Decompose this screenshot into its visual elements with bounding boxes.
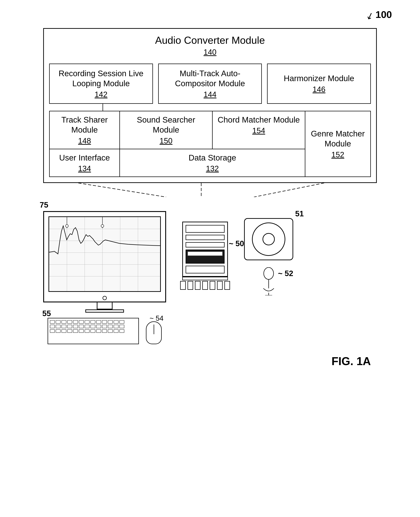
data-storage-id: 132 bbox=[123, 164, 301, 173]
lower-modules-box: Track Sharer Module 148 User Interface 1… bbox=[49, 111, 371, 177]
audio-converter-header: Audio Converter Module 140 bbox=[44, 29, 376, 58]
key-row-2 bbox=[50, 325, 137, 328]
key bbox=[90, 325, 95, 328]
top-module-row: Recording Session Live Looping Module 14… bbox=[44, 58, 376, 104]
chord-matcher-label: Chord Matcher Module bbox=[216, 115, 301, 125]
speaker-circle-inner bbox=[262, 233, 275, 245]
key bbox=[61, 329, 66, 333]
page-container: ↙ 100 Audio Converter Module 140 Recordi… bbox=[0, 0, 420, 517]
figure-label-area: FIG. 1A bbox=[331, 355, 371, 368]
screen-svg bbox=[49, 217, 160, 291]
harmonizer-box: Harmonizer Module 146 bbox=[267, 64, 371, 104]
keyboard-container: 55 bbox=[48, 318, 139, 344]
audio-converter-outer-box: Audio Converter Module 140 Recording Ses… bbox=[43, 28, 377, 183]
server-foot-3 bbox=[195, 281, 201, 290]
audio-converter-id: 140 bbox=[47, 48, 373, 57]
harmonizer-label: Harmonizer Module bbox=[284, 73, 354, 84]
sound-chord-row: Sound Searcher Module 150 Chord Matcher … bbox=[120, 111, 305, 149]
label-54: ~ 54 bbox=[150, 314, 164, 322]
label-75: 75 bbox=[40, 201, 48, 209]
key bbox=[79, 325, 84, 328]
harmonizer-id: 146 bbox=[313, 85, 325, 94]
key bbox=[120, 329, 124, 333]
monitor-frame bbox=[43, 211, 166, 302]
user-interface-box: User Interface 134 bbox=[50, 149, 120, 177]
key bbox=[85, 325, 90, 328]
key bbox=[114, 320, 119, 324]
track-sharer-box: Track Sharer Module 148 bbox=[50, 111, 120, 149]
genre-matcher-column: Genre Matcher Module 152 bbox=[305, 111, 370, 177]
multi-track-label: Multi-Track Auto-Compositor Module bbox=[162, 68, 258, 89]
key bbox=[50, 320, 55, 324]
illustration-area: 75 bbox=[43, 211, 377, 344]
connector-top-row bbox=[44, 104, 376, 111]
key bbox=[108, 325, 113, 328]
genre-matcher-label: Genre Matcher Module bbox=[309, 129, 367, 149]
figure-number-area: ↙ 100 bbox=[366, 9, 392, 21]
speaker-mic-section: 51 ~ 52 bbox=[244, 218, 293, 296]
speaker-container: 51 bbox=[244, 218, 293, 260]
server-body bbox=[182, 222, 228, 277]
key bbox=[120, 325, 124, 328]
server-foot-6 bbox=[217, 281, 223, 290]
label-51: 51 bbox=[295, 209, 304, 218]
architecture-diagram: Audio Converter Module 140 Recording Ses… bbox=[43, 28, 377, 197]
chord-matcher-id: 154 bbox=[216, 126, 301, 135]
svg-point-16 bbox=[101, 225, 104, 227]
key-rows bbox=[50, 320, 137, 333]
data-storage-box: Data Storage 132 bbox=[120, 149, 305, 177]
key bbox=[73, 320, 78, 324]
server-bottom-border bbox=[182, 277, 228, 280]
user-interface-label: User Interface bbox=[53, 153, 116, 163]
conn-seg-1 bbox=[49, 104, 157, 111]
server-foot-5 bbox=[210, 281, 215, 290]
server-foot-1 bbox=[180, 281, 186, 290]
svg-line-0 bbox=[78, 183, 166, 197]
key bbox=[102, 329, 107, 333]
recording-session-id: 142 bbox=[95, 90, 107, 99]
connector-v-1 bbox=[103, 104, 103, 111]
svg-point-17 bbox=[264, 268, 274, 279]
key bbox=[67, 320, 72, 324]
key bbox=[67, 325, 72, 328]
multi-track-id: 144 bbox=[203, 90, 216, 99]
mic-svg bbox=[260, 267, 278, 295]
track-sharer-id: 148 bbox=[53, 136, 116, 145]
sound-searcher-id: 150 bbox=[123, 136, 209, 145]
fig-100-container: ↙ 100 bbox=[366, 9, 392, 21]
key bbox=[73, 329, 78, 333]
mouse-container: ~ 54 bbox=[146, 321, 162, 344]
key bbox=[102, 320, 107, 324]
key bbox=[79, 329, 84, 333]
key bbox=[90, 329, 95, 333]
track-user-column: Track Sharer Module 148 User Interface 1… bbox=[50, 111, 120, 177]
key bbox=[108, 329, 113, 333]
server-dark-inner bbox=[188, 251, 223, 256]
mouse-center-line bbox=[154, 324, 154, 334]
svg-line-2 bbox=[254, 183, 324, 197]
speaker-body bbox=[244, 218, 293, 260]
server-slot-1 bbox=[186, 225, 225, 233]
label-55: 55 bbox=[42, 309, 51, 318]
monitor-screen bbox=[48, 216, 161, 292]
monitor-button bbox=[103, 296, 107, 300]
key bbox=[61, 320, 66, 324]
arrow-icon: ↙ bbox=[365, 9, 375, 22]
user-interface-id: 134 bbox=[53, 164, 116, 173]
figure-label: FIG. 1A bbox=[331, 355, 371, 368]
figure-100-label: 100 bbox=[375, 9, 392, 20]
key bbox=[96, 329, 101, 333]
server-foot-7 bbox=[225, 281, 230, 290]
key bbox=[120, 320, 124, 324]
key bbox=[56, 320, 60, 324]
key-row-1 bbox=[50, 320, 137, 324]
key bbox=[114, 325, 119, 328]
key-row-3 bbox=[50, 329, 137, 333]
key bbox=[114, 329, 119, 333]
key bbox=[96, 320, 101, 324]
svg-point-14 bbox=[66, 225, 68, 227]
server-section: ~ 50 bbox=[180, 222, 230, 290]
middle-column: Sound Searcher Module 150 Chord Matcher … bbox=[120, 111, 305, 177]
recording-session-box: Recording Session Live Looping Module 14… bbox=[49, 64, 153, 104]
mouse-body bbox=[146, 321, 162, 344]
